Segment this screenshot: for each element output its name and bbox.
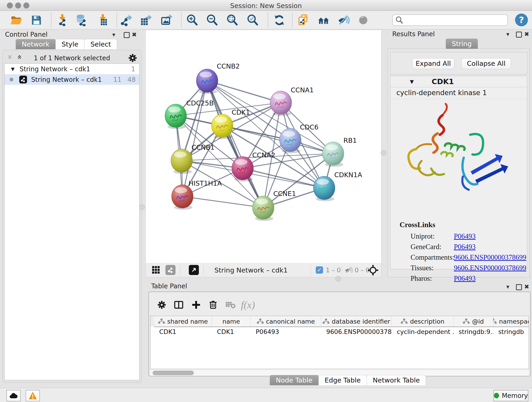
hide-selected-icon[interactable]: [336, 13, 351, 27]
memory-button[interactable]: Memory: [494, 390, 528, 401]
table-options-gear-icon[interactable]: [155, 298, 169, 312]
window-titlebar[interactable]: Session: New Session: [0, 0, 532, 11]
table-cell[interactable]: CDK1: [212, 327, 251, 337]
zoom-out-icon[interactable]: [205, 13, 219, 27]
import-table-from-file-icon[interactable]: [95, 13, 110, 27]
tab-network-table[interactable]: Network Table: [367, 375, 426, 385]
warnings-icon[interactable]: [26, 390, 40, 401]
table-cell[interactable]: cyclin-dependent ...: [392, 327, 454, 337]
tab-network[interactable]: Network: [16, 39, 56, 49]
detach-view-icon[interactable]: [189, 265, 199, 275]
crosslink-link[interactable]: 9606.ENSP00000378699: [454, 264, 526, 272]
section-collapse-icon[interactable]: ▼: [410, 79, 414, 85]
zoom-selected-icon[interactable]: [246, 13, 260, 27]
bottom-splitter-handle[interactable]: [336, 276, 341, 281]
selected-checkbox-icon[interactable]: ✓: [316, 266, 323, 274]
import-network-from-database-icon[interactable]: [75, 13, 89, 27]
node-table-grid: shared namenamecanonical namedatabase id…: [150, 316, 529, 369]
scrollbar-thumb[interactable]: [152, 370, 194, 375]
results-panel-float-icon[interactable]: [516, 32, 522, 38]
results-panel-menu-icon[interactable]: ▾: [506, 31, 509, 38]
import-network-from-file-icon[interactable]: [55, 13, 69, 27]
open-session-icon[interactable]: [9, 13, 23, 27]
grid-view-icon[interactable]: [151, 265, 161, 276]
cloud-services-icon[interactable]: [6, 390, 21, 401]
zoom-in-icon[interactable]: [185, 13, 199, 27]
table-cell[interactable]: stringdb: [493, 327, 529, 337]
collapse-all-button[interactable]: Collapse All: [462, 58, 511, 69]
node-CCNA1[interactable]: CCNA1: [270, 86, 314, 116]
column-header-shared-name[interactable]: shared name: [154, 316, 212, 327]
table-cell[interactable]: stringdb:9...: [454, 327, 493, 337]
node-HIST1H1A[interactable]: HIST1H1A: [172, 179, 222, 210]
column-header-namespace[interactable]: namespace: [493, 316, 529, 327]
column-label: namespace: [499, 318, 529, 325]
expand-all-button[interactable]: Expand All: [412, 58, 454, 69]
column-header-description[interactable]: description: [392, 316, 454, 327]
zoom-fit-content-icon[interactable]: [225, 13, 239, 27]
node-label-CDKN1A: CDKN1A: [334, 171, 362, 179]
edge-HIST1H1A-CCNE1[interactable]: [182, 196, 263, 208]
edge-CCNB2-HIST1H1A[interactable]: [182, 81, 207, 196]
delete-columns-icon[interactable]: [206, 298, 220, 312]
show-all-icon[interactable]: [356, 13, 371, 27]
control-panel-float-icon[interactable]: [124, 32, 130, 38]
search-input[interactable]: [405, 17, 507, 24]
save-session-icon[interactable]: [29, 13, 44, 27]
tab-style[interactable]: Style: [56, 39, 85, 49]
node-CCNB1[interactable]: CCNB1: [171, 143, 215, 174]
network-canvas[interactable]: CCNB2CCNA1CDC25BCDK1CDC6RB1CCNB1CCNA2CDK…: [146, 30, 381, 264]
apply-preferred-layout-icon[interactable]: [272, 13, 286, 27]
edge-CCNB2-CCNE1[interactable]: [207, 81, 263, 208]
function-builder-icon[interactable]: f(x): [241, 298, 255, 312]
table-cell[interactable]: CDK1: [154, 327, 212, 337]
create-column-icon[interactable]: [189, 298, 203, 312]
edge-CCNB2-CCNA1[interactable]: [207, 81, 281, 103]
tab-select[interactable]: Select: [84, 39, 117, 49]
table-panel-close-icon[interactable]: ✖: [524, 283, 529, 290]
tab-node-table[interactable]: Node Table: [270, 375, 319, 385]
node-CCNE1[interactable]: CCNE1: [253, 190, 296, 221]
export-network-icon[interactable]: [120, 13, 134, 27]
search-input-wrapper[interactable]: [392, 14, 508, 26]
delete-table-icon[interactable]: [224, 298, 237, 312]
crosslink-link[interactable]: P06493: [454, 232, 476, 240]
fit-selected-crosshair-icon[interactable]: [367, 265, 379, 277]
node-CDKN1A[interactable]: CDKN1A: [313, 171, 362, 201]
right-splitter-handle[interactable]: [381, 150, 386, 156]
network-row[interactable]: String Network – cdk1 11 48: [5, 74, 139, 85]
help-icon[interactable]: ?: [515, 13, 528, 26]
left-splitter-handle[interactable]: [139, 204, 145, 210]
export-table-icon[interactable]: [139, 13, 153, 27]
crosslink-link[interactable]: P06493: [454, 243, 476, 251]
control-panel-close-icon[interactable]: ✖: [132, 31, 137, 38]
export-image-icon[interactable]: [159, 13, 174, 27]
crosslink-link[interactable]: 9606.ENSP00000378699: [454, 253, 526, 262]
table-cell[interactable]: 9606.ENSP00000378699: [321, 327, 392, 337]
results-panel-close-icon[interactable]: ✖: [524, 31, 529, 38]
node-CCNB2[interactable]: CCNB2: [196, 62, 240, 94]
column-header-canonical-name[interactable]: canonical name: [251, 316, 321, 327]
column-header-database-identifier[interactable]: database identifier: [321, 316, 392, 327]
table-panel-float-icon[interactable]: [516, 284, 522, 290]
tab-string[interactable]: String: [446, 38, 478, 49]
node-section-header[interactable]: ▼ CDK1: [390, 76, 527, 87]
first-neighbors-icon[interactable]: [317, 13, 331, 27]
tab-edge-table[interactable]: Edge Table: [318, 375, 367, 385]
collection-expand-icon[interactable]: ▼: [11, 66, 14, 72]
node-RB1[interactable]: RB1: [322, 137, 357, 167]
table-row[interactable]: CDK1CDK1P064939606.ENSP00000378699cyclin…: [154, 327, 529, 337]
new-network-from-selection-icon[interactable]: [296, 13, 310, 27]
show-columns-icon[interactable]: [172, 298, 186, 312]
network-collection-row[interactable]: ▼ String Network – cdk1 1: [5, 64, 139, 74]
table-cell[interactable]: P06493: [251, 327, 321, 337]
network-options-gear-icon[interactable]: [128, 53, 138, 63]
network-view-title: String Network – cdk1: [215, 266, 288, 274]
results-panel-title: Results Panel: [392, 30, 435, 38]
network-birdseye-icon[interactable]: [165, 265, 176, 275]
table-panel-menu-icon[interactable]: ▾: [506, 283, 509, 290]
column-header-name[interactable]: name: [212, 316, 251, 327]
network-view-toolbar: String Network – cdk1 ✓ 1 – 0 0 – 0: [146, 263, 381, 277]
control-panel-menu-icon[interactable]: ▾: [112, 31, 115, 38]
column-header--id[interactable]: @id: [454, 316, 493, 327]
